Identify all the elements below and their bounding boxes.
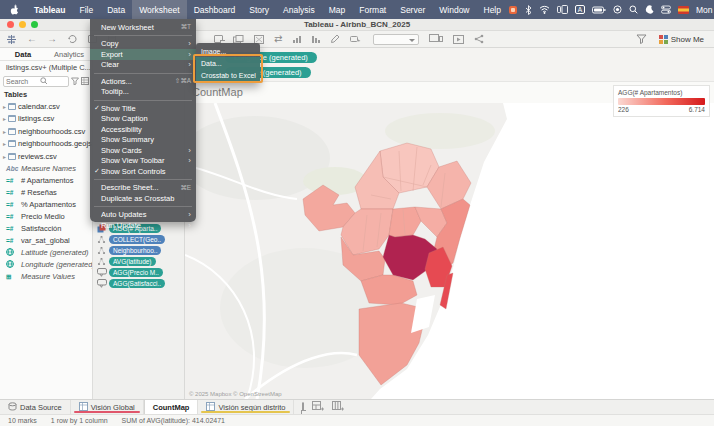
moon-icon[interactable] <box>645 5 654 14</box>
search-input[interactable] <box>6 78 40 85</box>
field-row[interactable]: =#var_sat_global <box>0 235 92 247</box>
marks-pill[interactable]: AGG(Satisfacci.. <box>109 279 165 288</box>
menu-item-show-caption[interactable]: Show Caption <box>90 114 196 125</box>
table-row[interactable]: ▸listings.csv <box>0 113 92 126</box>
input-source-icon[interactable]: A <box>575 5 585 14</box>
menubar-item-map[interactable]: Map <box>322 0 353 19</box>
new-dashboard-tab-icon[interactable] <box>312 401 324 413</box>
menu-item-show-sort-controls[interactable]: ✓Show Sort Controls <box>90 166 196 177</box>
field-row[interactable]: Longitude (generated) <box>0 259 92 271</box>
submenu-item-image[interactable]: Image... <box>196 45 260 57</box>
view-options-icon[interactable] <box>81 77 89 85</box>
field-row[interactable]: =## Reseñas <box>0 187 92 199</box>
menu-item-duplicate-as-crosstab[interactable]: Duplicate as Crosstab <box>90 193 196 204</box>
redo-icon[interactable]: → <box>47 34 57 44</box>
marks-pill[interactable]: AGG(Precio M.. <box>109 268 163 277</box>
map-canvas[interactable]: © 2025 Mapbox © OpenStreetMap <box>185 103 714 399</box>
menubar-item-dashboard[interactable]: Dashboard <box>187 0 243 19</box>
sheet-tab-visi-n-seg-n-distrito[interactable]: Visión según distrito <box>198 400 294 414</box>
menu-item-show-cards[interactable]: Show Cards› <box>90 145 196 156</box>
sort-descending-icon[interactable] <box>311 35 320 44</box>
field-row[interactable]: Latitude (generated) <box>0 247 92 259</box>
marks-pill[interactable]: Neighbourhoo.. <box>109 246 161 255</box>
battery-icon[interactable] <box>592 6 606 14</box>
swap-axes-icon[interactable]: ⇄ <box>274 34 282 44</box>
menu-item-show-summary[interactable]: Show Summary <box>90 135 196 146</box>
sheet-tab-data-source[interactable]: Data Source <box>0 400 71 414</box>
menu-item-new-worksheet[interactable]: New Worksheet⌘T <box>90 22 196 33</box>
filter-fields-icon[interactable] <box>71 77 79 85</box>
menubar-item-worksheet[interactable]: Worksheet <box>132 0 186 19</box>
field-row[interactable]: AbcMeasure Names <box>0 163 92 175</box>
menubar-clock[interactable]: Mon 7 Jul 09:50 <box>696 5 714 15</box>
wifi-icon[interactable] <box>539 5 550 14</box>
new-worksheet-icon[interactable] <box>214 35 223 43</box>
menubar-item-data[interactable]: Data <box>100 0 132 19</box>
sheet-tab-countmap[interactable]: CountMap <box>144 400 199 414</box>
datasource-row[interactable]: listings.csv+ (Multiple C... <box>0 61 92 74</box>
app-switcher-icon[interactable] <box>508 5 518 15</box>
show-me-button[interactable]: Show Me <box>659 35 704 44</box>
menubar-item-story[interactable]: Story <box>242 0 276 19</box>
expand-caret-icon[interactable]: ▸ <box>3 153 6 160</box>
expand-caret-icon[interactable]: ▸ <box>3 103 6 110</box>
bluetooth-icon[interactable] <box>525 5 532 15</box>
field-row[interactable]: ⊞Measure Values <box>0 271 92 283</box>
field-row[interactable]: =#% Apartamentos <box>0 199 92 211</box>
menu-item-auto-updates[interactable]: Auto Updates› <box>90 210 196 221</box>
menu-item-actions[interactable]: Actions...⇧⌘A <box>90 76 196 87</box>
expand-caret-icon[interactable]: ▸ <box>3 140 6 147</box>
table-row[interactable]: ▸neighbourhoods.csv <box>0 125 92 138</box>
sort-ascending-icon[interactable] <box>292 35 301 44</box>
color-legend-card[interactable]: AGG(# Apartamentos) 226 6.714 <box>613 85 710 117</box>
field-row[interactable]: =## Apartamentos <box>0 175 92 187</box>
search-icon[interactable] <box>629 5 638 14</box>
expand-caret-icon[interactable]: ▸ <box>3 128 6 135</box>
field-row[interactable]: =#Satisfacción <box>0 223 92 235</box>
highlight-icon[interactable] <box>330 34 340 44</box>
search-field[interactable] <box>3 76 69 87</box>
pane-tab-analytics[interactable]: Analytics <box>46 48 92 60</box>
menubar-item-analysis[interactable]: Analysis <box>276 0 322 19</box>
apple-menu-icon[interactable] <box>0 4 27 15</box>
menubar-item-format[interactable]: Format <box>352 0 393 19</box>
menubar-item-tableau[interactable]: Tableau <box>27 0 73 19</box>
menu-item-show-title[interactable]: ✓Show Title <box>90 103 196 114</box>
columns-shelf[interactable]: Columns Longitude (generated) <box>185 50 714 65</box>
show-labels-icon[interactable] <box>350 35 361 44</box>
share-icon[interactable] <box>474 34 484 44</box>
new-story-tab-icon[interactable] <box>332 401 344 413</box>
menubar-item-file[interactable]: File <box>73 0 101 19</box>
device-preview-icon[interactable] <box>429 34 443 44</box>
presentation-mode-icon[interactable] <box>453 35 464 44</box>
table-row[interactable]: ▸reviews.csv <box>0 150 92 163</box>
table-row[interactable]: ▸calendar.csv <box>0 100 92 113</box>
undo-icon[interactable]: ← <box>27 34 37 44</box>
marks-pill[interactable]: AVG(latitude) <box>109 257 156 266</box>
replay-icon[interactable] <box>67 34 78 44</box>
menu-item-show-view-toolbar[interactable]: Show View Toolbar› <box>90 156 196 167</box>
table-row[interactable]: ▸neighbourhoods.geojson <box>0 138 92 151</box>
expand-caret-icon[interactable]: ▸ <box>3 115 6 122</box>
submenu-item-crosstab-to-excel[interactable]: Crosstab to Excel <box>196 69 260 81</box>
menu-item-export[interactable]: Export› <box>90 49 196 60</box>
menu-item-tooltip[interactable]: Tooltip... <box>90 87 196 98</box>
record-icon[interactable] <box>613 5 622 14</box>
marks-pill[interactable]: COLLECT(Geo.. <box>109 235 165 244</box>
sheet-tab-visi-n-global[interactable]: Visión Global <box>71 400 144 414</box>
stage-manager-icon[interactable] <box>557 5 568 14</box>
field-row[interactable]: =#Precio Medio <box>0 211 92 223</box>
menubar-item-help[interactable]: Help <box>477 0 508 19</box>
menu-item-accessibility[interactable]: Accessibility <box>90 124 196 135</box>
menubar-item-server[interactable]: Server <box>393 0 432 19</box>
control-center-icon[interactable] <box>661 5 671 14</box>
fit-dropdown[interactable] <box>373 34 419 45</box>
pane-tab-data[interactable]: Data <box>0 48 46 60</box>
submenu-item-data[interactable]: Data... <box>196 57 260 69</box>
menu-item-copy[interactable]: Copy› <box>90 39 196 50</box>
menubar-item-window[interactable]: Window <box>432 0 476 19</box>
menu-item-describe-sheet[interactable]: Describe Sheet...⌘E <box>90 183 196 194</box>
menu-item-clear[interactable]: Clear› <box>90 60 196 71</box>
menu-item-run-update[interactable]: Run Update› <box>90 220 196 231</box>
rows-shelf[interactable]: Rows Latitude (generated) <box>185 65 714 80</box>
